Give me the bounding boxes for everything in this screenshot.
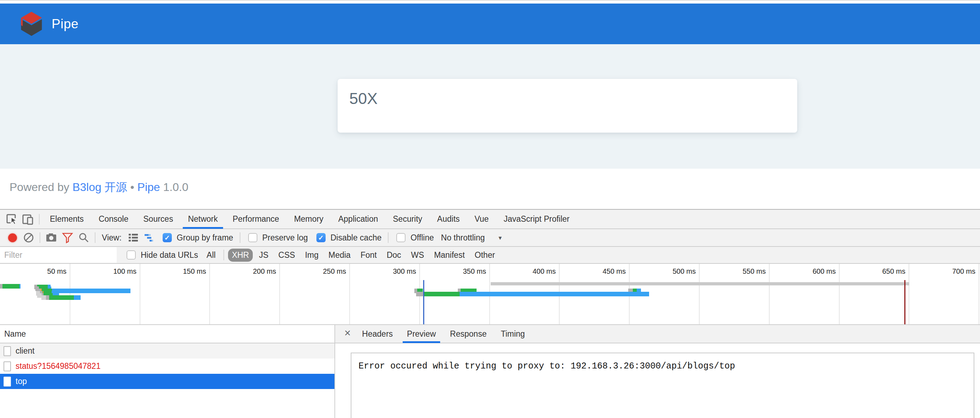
table-row-top[interactable]: top bbox=[0, 374, 334, 389]
filter-type-media[interactable]: Media bbox=[325, 249, 355, 262]
domcontentloaded-line bbox=[423, 280, 424, 324]
name-column-header[interactable]: Name bbox=[0, 325, 334, 343]
filter-type-js[interactable]: JS bbox=[255, 249, 272, 262]
disable-cache-checkbox[interactable]: ✓ bbox=[317, 233, 326, 242]
device-toolbar-icon[interactable] bbox=[20, 212, 36, 227]
filter-type-other[interactable]: Other bbox=[471, 249, 499, 262]
site-header: Pipe bbox=[0, 3, 980, 44]
error-card: 50X bbox=[337, 79, 797, 132]
pipe-link[interactable]: Pipe bbox=[137, 181, 160, 193]
preserve-log-label: Preserve log bbox=[262, 233, 308, 243]
list-view-icon[interactable] bbox=[125, 231, 142, 245]
tab-elements[interactable]: Elements bbox=[43, 209, 91, 229]
detail-tab-headers[interactable]: Headers bbox=[355, 325, 400, 343]
search-icon[interactable] bbox=[76, 231, 92, 245]
detail-tab-response[interactable]: Response bbox=[443, 325, 494, 343]
error-card-title: 50X bbox=[349, 89, 797, 108]
filter-type-font[interactable]: Font bbox=[357, 249, 381, 262]
filter-type-img[interactable]: Img bbox=[301, 249, 323, 262]
waterfall-bar-segment bbox=[41, 295, 46, 300]
timeline-gridline bbox=[70, 264, 70, 324]
pending-request-bar bbox=[491, 282, 909, 286]
tab-sources[interactable]: Sources bbox=[136, 209, 180, 229]
network-bottom-split: Name clientstatus?1564985047821top × Hea… bbox=[0, 325, 980, 418]
hide-data-urls-checkbox[interactable] bbox=[127, 250, 136, 260]
powered-prefix: Powered by bbox=[10, 181, 73, 193]
tab-application[interactable]: Application bbox=[331, 209, 386, 229]
document-icon bbox=[3, 361, 11, 371]
offline-label: Offline bbox=[410, 233, 434, 243]
timeline-gridline bbox=[699, 264, 700, 324]
filter-type-css[interactable]: CSS bbox=[274, 249, 299, 262]
detail-tab-preview[interactable]: Preview bbox=[400, 325, 443, 343]
screenshot-root: Pipe 50X Powered by B3log 开源 • Pipe 1.0.… bbox=[0, 0, 980, 418]
clear-icon[interactable] bbox=[21, 231, 37, 245]
tab-performance[interactable]: Performance bbox=[225, 209, 287, 229]
detail-tabbar: × HeadersPreviewResponseTiming bbox=[335, 325, 980, 343]
timeline-tick-label: 600 ms bbox=[797, 267, 836, 276]
offline-checkbox[interactable] bbox=[396, 233, 406, 242]
timeline-tick-label: 400 ms bbox=[517, 267, 556, 276]
view-label: View: bbox=[102, 233, 122, 243]
timeline-gridline bbox=[839, 264, 840, 324]
request-name: top bbox=[16, 377, 27, 386]
tab-console[interactable]: Console bbox=[91, 209, 136, 229]
throttling-select[interactable]: No throttling bbox=[441, 233, 485, 243]
hide-data-urls-label: Hide data URLs bbox=[141, 250, 198, 260]
filter-input[interactable] bbox=[0, 247, 117, 263]
filter-type-xhr[interactable]: XHR bbox=[228, 249, 253, 262]
group-by-frame-label: Group by frame bbox=[177, 233, 233, 243]
filter-type-all[interactable]: All bbox=[202, 249, 220, 262]
timeline-tick-label: 100 ms bbox=[97, 267, 137, 276]
tab-security[interactable]: Security bbox=[385, 209, 430, 229]
disable-cache-label: Disable cache bbox=[331, 233, 382, 243]
powered-separator: • bbox=[127, 181, 137, 193]
tab-javascript-profiler[interactable]: JavaScript Profiler bbox=[496, 209, 577, 229]
b3log-link[interactable]: B3log 开源 bbox=[73, 181, 127, 193]
tab-vue[interactable]: Vue bbox=[467, 209, 496, 229]
footer-powered-by: Powered by B3log 开源 • Pipe 1.0.0 bbox=[10, 180, 188, 195]
timeline-gridline bbox=[349, 264, 350, 324]
close-icon[interactable]: × bbox=[340, 327, 355, 341]
pipe-logo-icon[interactable] bbox=[20, 11, 43, 37]
table-row-client[interactable]: client bbox=[0, 343, 334, 359]
detail-tab-timing[interactable]: Timing bbox=[493, 325, 532, 343]
camera-icon[interactable] bbox=[43, 231, 59, 245]
timeline-tick-label: 300 ms bbox=[377, 267, 416, 276]
separator bbox=[95, 232, 95, 243]
load-event-line bbox=[904, 280, 905, 324]
waterfall-overview-icon[interactable] bbox=[142, 231, 158, 245]
tab-audits[interactable]: Audits bbox=[430, 209, 467, 229]
network-filterbar: Hide data URLs AllXHRJSCSSImgMediaFontDo… bbox=[0, 247, 980, 264]
timeline-gridline bbox=[279, 264, 280, 324]
request-name: status?1564985047821 bbox=[16, 361, 100, 371]
filter-type-ws[interactable]: WS bbox=[407, 249, 428, 262]
tab-network[interactable]: Network bbox=[181, 209, 225, 229]
preserve-log-checkbox[interactable] bbox=[248, 233, 258, 242]
record-icon[interactable] bbox=[4, 231, 21, 245]
inspect-element-icon[interactable] bbox=[3, 212, 20, 227]
timeline-tick-label: 450 ms bbox=[587, 267, 626, 276]
timeline-gridline bbox=[140, 264, 140, 324]
waterfall-bar-segment bbox=[74, 295, 81, 300]
waterfall-bar-segment bbox=[46, 295, 49, 300]
request-detail-panel: × HeadersPreviewResponseTiming Error occ… bbox=[335, 325, 980, 418]
preview-content: Error occured while trying to proxy to: … bbox=[335, 343, 980, 418]
site-title[interactable]: Pipe bbox=[52, 17, 78, 32]
table-row-status-1564985047821[interactable]: status?1564985047821 bbox=[0, 359, 334, 374]
network-overview-timeline[interactable]: 50 ms100 ms150 ms200 ms250 ms300 ms350 m… bbox=[0, 264, 980, 325]
document-icon bbox=[3, 346, 11, 356]
filter-type-doc[interactable]: Doc bbox=[383, 249, 405, 262]
filter-funnel-icon[interactable] bbox=[59, 231, 76, 245]
filter-type-manifest[interactable]: Manifest bbox=[430, 249, 469, 262]
group-by-frame-checkbox[interactable]: ✓ bbox=[162, 233, 172, 242]
tab-memory[interactable]: Memory bbox=[287, 209, 331, 229]
timeline-gridline bbox=[908, 264, 909, 324]
waterfall-bar-segment bbox=[49, 295, 74, 300]
chevron-down-icon[interactable]: ▼ bbox=[498, 235, 503, 241]
preview-error-box: Error occured while trying to proxy to: … bbox=[351, 353, 974, 418]
waterfall-bar-segment bbox=[19, 284, 21, 289]
timeline-tick-label: 700 ms bbox=[937, 267, 975, 276]
timeline-gridline bbox=[769, 264, 770, 324]
separator bbox=[223, 250, 224, 260]
